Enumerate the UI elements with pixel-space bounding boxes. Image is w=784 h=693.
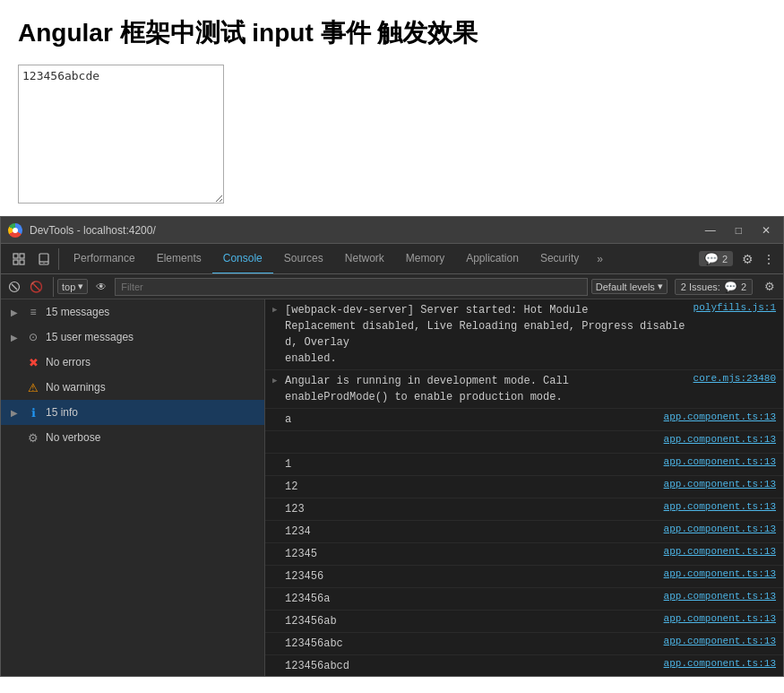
titlebar-controls: — □ ✕ — [700, 222, 776, 238]
console-entry-server: ▶ [webpack-dev-server] Server started: H… — [265, 299, 783, 370]
settings-icon[interactable]: ⚙ — [737, 248, 758, 270]
preserve-log-icon[interactable]: 🚫 — [26, 277, 46, 297]
entry-123456a-expand-icon — [272, 591, 285, 593]
tab-elements[interactable]: Elements — [146, 244, 212, 274]
entry-123456ab-expand-icon — [272, 613, 285, 616]
entry-123-text: 123 — [285, 501, 657, 517]
entry-empty-text — [285, 434, 657, 450]
entry-123456abcd-expand-icon — [272, 658, 285, 661]
sidebar-item-messages[interactable]: ▶ ≡ 15 messages — [1, 299, 264, 325]
entry-123-expand-icon — [272, 501, 285, 504]
entry-12345-link[interactable]: app.component.ts:13 — [657, 546, 776, 557]
entry-1234-text: 1234 — [285, 524, 657, 540]
entry-123456-text: 123456 — [285, 568, 657, 585]
entry-12345-expand-icon — [272, 546, 285, 549]
svg-rect-1 — [13, 260, 18, 264]
page-content: Angular 框架中测试 input 事件 触发效果 123456abcde — [0, 0, 784, 216]
tab-security[interactable]: Security — [530, 244, 590, 274]
page-title: Angular 框架中测试 input 事件 触发效果 — [18, 16, 766, 50]
inspect-icon[interactable] — [8, 248, 30, 270]
user-icon: ⊙ — [26, 330, 40, 344]
console-entry-123456abc: 123456abc app.component.ts:13 — [265, 633, 783, 655]
entry-empty-link[interactable]: app.component.ts:13 — [657, 434, 776, 445]
entry-angular-link[interactable]: core.mjs:23480 — [686, 373, 776, 384]
sidebar-errors-label: No errors — [46, 356, 257, 368]
message-badge-icon: 💬 — [704, 252, 719, 265]
entry-a-text: a — [285, 411, 657, 428]
main-input[interactable]: 123456abcde — [18, 65, 224, 204]
devtools-titlebar: DevTools - localhost:4200/ — □ ✕ — [1, 217, 783, 244]
entry-123-link[interactable]: app.component.ts:13 — [657, 501, 776, 512]
console-toolbar-left: 🚫 — [4, 277, 54, 297]
entry-server-expand-icon[interactable]: ▶ — [272, 302, 285, 315]
sidebar-warnings-label: No warnings — [46, 381, 257, 394]
expand-user-icon: ▶ — [8, 331, 21, 343]
entry-a-link[interactable]: app.component.ts:13 — [657, 411, 776, 422]
sidebar-messages-label: 15 messages — [46, 306, 257, 318]
entry-123456abcd-link[interactable]: app.component.ts:13 — [657, 658, 776, 669]
sidebar-item-errors[interactable]: ✖ No errors — [1, 350, 264, 375]
entry-angular-text: Angular is running in development mode. … — [285, 373, 686, 405]
console-entry-1: 1 app.component.ts:13 — [265, 454, 783, 476]
entry-123456-link[interactable]: app.component.ts:13 — [657, 568, 776, 579]
warning-icon: ⚠ — [26, 380, 40, 394]
entry-123456a-link[interactable]: app.component.ts:13 — [657, 591, 776, 602]
console-entry-12: 12 app.component.ts:13 — [265, 476, 783, 498]
maximize-button[interactable]: □ — [730, 222, 747, 238]
more-options-icon[interactable]: ⋮ — [758, 248, 780, 270]
console-entry-123456ab: 123456ab app.component.ts:13 — [265, 611, 783, 633]
tab-network[interactable]: Network — [334, 244, 395, 274]
close-button[interactable]: ✕ — [756, 222, 776, 238]
sidebar-item-verbose[interactable]: ⚙ No verbose — [1, 425, 264, 450]
entry-123456a-text: 123456a — [285, 591, 657, 607]
sidebar-info-label: 15 info — [46, 406, 257, 419]
entry-1234-expand-icon — [272, 524, 285, 526]
entry-angular-expand-icon[interactable]: ▶ — [272, 373, 285, 385]
entry-1-text: 1 — [285, 456, 657, 472]
issues-badge[interactable]: 2 Issues: 💬 2 — [675, 279, 753, 295]
entry-123456abcd-text: 123456abcd — [285, 658, 657, 674]
tabs-more-button[interactable]: » — [590, 253, 610, 265]
sidebar-item-warnings[interactable]: ⚠ No warnings — [1, 375, 264, 400]
entry-server-link[interactable]: polyfills.js:1 — [686, 302, 776, 313]
sidebar-item-user-messages[interactable]: ▶ ⊙ 15 user messages — [1, 325, 264, 350]
console-entry-1234: 1234 app.component.ts:13 — [265, 521, 783, 543]
default-levels-label: Default levels — [596, 282, 655, 292]
tab-sources[interactable]: Sources — [273, 244, 334, 274]
minimize-button[interactable]: — — [700, 222, 721, 238]
entry-123456ab-link[interactable]: app.component.ts:13 — [657, 613, 776, 624]
tab-performance[interactable]: Performance — [63, 244, 146, 274]
tab-application[interactable]: Application — [455, 244, 530, 274]
info-icon: ℹ — [26, 405, 40, 420]
clear-console-icon[interactable] — [4, 277, 24, 297]
filter-input[interactable] — [115, 278, 588, 296]
entry-server-text: [webpack-dev-server] Server started: Hot… — [285, 302, 686, 367]
console-output[interactable]: ▶ [webpack-dev-server] Server started: H… — [265, 299, 783, 676]
issues-icon: 💬 — [724, 281, 737, 293]
sidebar-verbose-label: No verbose — [46, 431, 257, 444]
default-levels-dropdown[interactable]: Default levels ▾ — [591, 279, 668, 294]
issues-count: 2 — [741, 282, 746, 292]
tab-console[interactable]: Console — [212, 244, 273, 274]
entry-123456abc-link[interactable]: app.component.ts:13 — [657, 636, 776, 646]
svg-rect-2 — [20, 254, 24, 258]
console-toolbar: 🚫 top ▾ 👁 Default levels ▾ 2 Issues: 💬 2… — [1, 274, 783, 299]
console-entry-angular: ▶ Angular is running in development mode… — [265, 370, 783, 409]
console-entry-12345: 12345 app.component.ts:13 — [265, 543, 783, 566]
console-settings-icon[interactable]: ⚙ — [760, 277, 780, 297]
device-mode-icon[interactable] — [33, 248, 55, 270]
error-icon: ✖ — [26, 355, 40, 369]
console-main: ▶ ≡ 15 messages ▶ ⊙ 15 user messages ✖ N… — [1, 299, 783, 676]
tab-memory[interactable]: Memory — [395, 244, 455, 274]
entry-1234-link[interactable]: app.component.ts:13 — [657, 524, 776, 534]
sidebar-item-info[interactable]: ▶ ℹ 15 info — [1, 400, 264, 425]
message-badge[interactable]: 💬 2 — [699, 251, 733, 266]
eye-icon[interactable]: 👁 — [91, 277, 111, 297]
issues-label: 2 Issues: — [681, 282, 720, 292]
entry-1-link[interactable]: app.component.ts:13 — [657, 456, 776, 467]
default-levels-dropdown-icon: ▾ — [658, 281, 663, 292]
entry-12-link[interactable]: app.component.ts:13 — [657, 479, 776, 489]
message-badge-count: 2 — [722, 254, 728, 264]
context-selector[interactable]: top ▾ — [57, 279, 88, 294]
chrome-icon — [8, 223, 22, 238]
